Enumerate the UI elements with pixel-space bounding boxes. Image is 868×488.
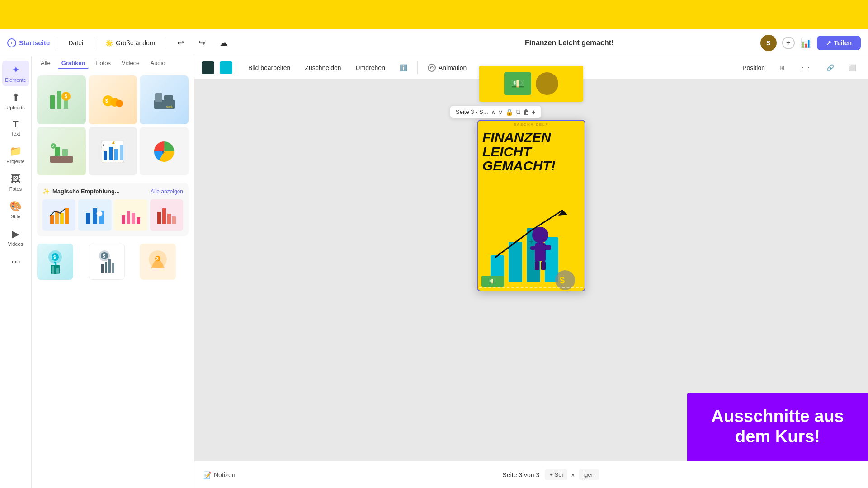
add-collaborator-button[interactable]: +: [782, 37, 795, 49]
copy-page-icon[interactable]: ⧉: [516, 108, 520, 116]
magic-item-2[interactable]: [78, 199, 111, 231]
svg-rect-47: [52, 266, 54, 274]
align-button[interactable]: ⊞: [775, 61, 789, 74]
magic-title: ✨ Magische Empfehlung...: [42, 188, 120, 195]
purple-banner-text: Ausschnitte aus dem Kurs!: [703, 406, 852, 447]
svg-rect-1: [57, 91, 61, 109]
color-swatch-dark[interactable]: [202, 61, 214, 74]
notes-button[interactable]: 📝 Notizen: [203, 471, 235, 479]
result-item-2[interactable]: $: [89, 75, 137, 124]
sidebar-item-elements[interactable]: ✦ Elemente: [2, 61, 29, 86]
result-item-3[interactable]: $$$: [140, 75, 189, 124]
more-options-button[interactable]: ⬜: [844, 61, 861, 74]
chevron-up-icon[interactable]: ∧: [491, 108, 495, 116]
svg-rect-14: [55, 147, 60, 156]
projects-icon: 📁: [9, 145, 22, 157]
resize-button[interactable]: 🌟 Größe ändern: [102, 38, 159, 48]
more-item-3[interactable]: $: [140, 244, 176, 280]
redo-icon: ↪: [198, 38, 205, 48]
more-item-1[interactable]: $: [37, 244, 73, 280]
sidebar-item-projects[interactable]: 📁 Projekte: [2, 142, 29, 168]
add-page-button[interactable]: + Sei: [545, 469, 567, 480]
more-item-2[interactable]: $: [89, 244, 125, 280]
delete-page-icon[interactable]: 🗑: [523, 108, 529, 116]
purple-banner-line2: dem Kurs!: [703, 427, 852, 447]
result-item-1[interactable]: $: [37, 75, 86, 124]
svg-rect-53: [105, 262, 107, 273]
svg-rect-39: [157, 212, 161, 224]
dashed-border: [479, 287, 583, 288]
magic-item-4[interactable]: [150, 199, 183, 231]
svg-rect-54: [108, 259, 111, 273]
animation-circle-icon: ⊙: [428, 64, 436, 72]
uploads-label: Uploads: [6, 105, 24, 110]
svg-rect-21: [114, 149, 118, 160]
svg-point-7: [116, 100, 123, 107]
tab-photos[interactable]: Fotos: [92, 58, 114, 69]
undo-button[interactable]: ↩: [174, 36, 188, 50]
sidebar-item-style[interactable]: 🎨 Stile: [2, 197, 29, 223]
chevron-up-small-icon[interactable]: ∧: [571, 472, 575, 478]
animation-label: Animation: [439, 64, 467, 71]
info-button[interactable]: ℹ️: [395, 61, 412, 74]
tab-all[interactable]: Alle: [37, 58, 54, 69]
toolbar-divider-1: [57, 37, 57, 49]
tab-graphics[interactable]: Grafiken: [58, 58, 89, 69]
position-button[interactable]: Position: [738, 61, 769, 74]
grid-icon: ⋮⋮: [799, 64, 812, 71]
edit-image-button[interactable]: Bild bearbeiten: [244, 61, 295, 74]
chevron-down-icon[interactable]: ∨: [498, 108, 503, 116]
main-toolbar: ‹ Startseite Datei 🌟 Größe ändern ↩ ↪ ☁ …: [0, 29, 868, 56]
magic-all-button[interactable]: Alle anzeigen: [151, 188, 183, 195]
link-button[interactable]: 🔗: [822, 61, 839, 74]
result-item-6[interactable]: $: [140, 127, 189, 176]
color-swatch-teal[interactable]: [220, 61, 232, 74]
design-title: FINANZEN LEICHT GEMACHT!: [477, 127, 585, 177]
tab-videos[interactable]: Videos: [118, 58, 143, 69]
align-icon: ⊞: [779, 64, 785, 71]
share-button[interactable]: ↗ Teilen: [817, 36, 861, 50]
redo-button[interactable]: ↪: [195, 36, 209, 50]
sidebar-item-videos[interactable]: ▶ Videos: [2, 225, 29, 250]
crop-button[interactable]: Zuschneiden: [300, 61, 345, 74]
show-pages-button[interactable]: igen: [579, 469, 599, 480]
lock-icon[interactable]: 🔒: [505, 108, 513, 116]
add-page-icon[interactable]: +: [532, 108, 536, 116]
flip-button[interactable]: Umdrehen: [351, 61, 390, 74]
svg-rect-31: [86, 213, 90, 224]
toolbar-divider-3: [166, 37, 166, 49]
svg-point-64: [532, 227, 548, 243]
magic-item-1[interactable]: [42, 199, 75, 231]
sidebar-item-more[interactable]: ⋯: [2, 252, 29, 271]
page-nav-area: Seite 3 von 3 + Sei ∧ igen: [242, 469, 859, 480]
stats-icon[interactable]: 📊: [800, 38, 811, 48]
design-title-line1: FINANZEN: [482, 130, 580, 145]
elements-icon: ✦: [12, 64, 20, 76]
back-to-home-button[interactable]: ‹ Startseite: [7, 38, 50, 47]
animation-button[interactable]: ⊙ Animation: [423, 61, 471, 75]
page-label: Seite 3 - S...: [456, 108, 488, 115]
project-title: Finanzen Leicht gemacht!: [384, 39, 755, 47]
cloud-save-button[interactable]: ☁: [216, 36, 231, 50]
edit-image-label: Bild bearbeiten: [248, 64, 290, 71]
tab-audio[interactable]: Audio: [146, 58, 169, 69]
result-item-5[interactable]: $ 💰: [89, 127, 137, 176]
user-avatar[interactable]: S: [760, 35, 777, 51]
sidebar-item-photos[interactable]: 🖼 Fotos: [2, 169, 29, 195]
design-canvas-card[interactable]: SASCHA DELP FINANZEN LEICHT GEMACHT!: [477, 120, 585, 291]
category-tabs: Alle Grafiken Fotos Videos Audio: [37, 58, 189, 69]
grid-button[interactable]: ⋮⋮: [795, 61, 816, 74]
svg-rect-29: [60, 213, 64, 224]
link-icon: 🔗: [826, 64, 834, 71]
magic-item-3[interactable]: [114, 199, 147, 231]
svg-text:$: $: [105, 99, 108, 103]
sidebar-item-uploads[interactable]: ⬆ Uploads: [2, 88, 29, 114]
result-item-4[interactable]: ✓: [37, 127, 86, 176]
svg-rect-52: [101, 264, 104, 273]
file-menu-button[interactable]: Datei: [65, 38, 87, 48]
info-icon: ℹ️: [400, 64, 407, 71]
previous-page-preview[interactable]: 💵: [479, 66, 583, 102]
svg-rect-22: [120, 145, 123, 160]
sidebar-item-text[interactable]: T Text: [2, 116, 29, 140]
svg-rect-13: [50, 156, 73, 163]
